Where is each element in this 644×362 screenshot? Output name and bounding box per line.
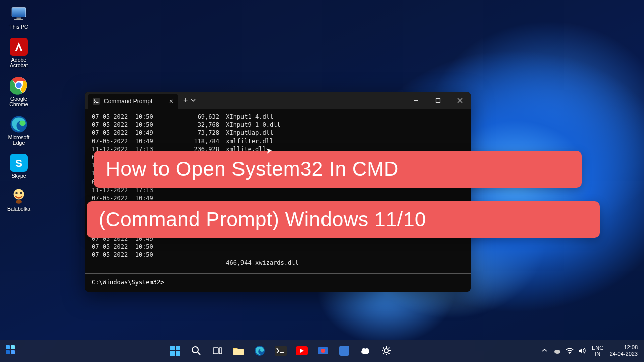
svg-rect-36 <box>339 346 349 356</box>
tab-close-icon[interactable]: × <box>169 97 173 105</box>
svg-point-12 <box>15 192 18 195</box>
taskbar-settings[interactable] <box>377 341 396 360</box>
desktop-icon-balabolka[interactable]: Balabolka <box>3 186 34 212</box>
desktop-icon-microsoft-edge[interactable]: Microsoft Edge <box>3 115 34 146</box>
cursor-icon <box>166 279 166 286</box>
desktop-icon-adobe-acrobat[interactable]: Adobe Acrobat <box>3 37 34 69</box>
windows-icon <box>170 345 181 356</box>
onedrive-icon <box>553 347 561 355</box>
taskbar-terminal[interactable] <box>271 341 290 360</box>
command-prompt-window[interactable]: Command Prompt × + 07-05-2022 10:5069,63… <box>85 92 471 292</box>
app-icon <box>339 346 349 356</box>
terminal-titlebar[interactable]: Command Prompt × + <box>85 92 471 109</box>
cloud-icon <box>360 346 370 356</box>
svg-rect-30 <box>233 349 244 355</box>
terminal-icon <box>275 346 287 356</box>
terminal-output[interactable]: 07-05-2022 10:5069,632 XInput1_4.dll07-0… <box>85 109 471 273</box>
taskbar-youtube[interactable] <box>292 341 311 360</box>
svg-rect-17 <box>436 98 440 102</box>
svg-rect-20 <box>6 350 10 354</box>
minimize-button[interactable] <box>405 92 427 109</box>
svg-line-48 <box>389 348 390 349</box>
chevron-down-icon <box>191 98 196 103</box>
task-view-button[interactable] <box>208 341 227 360</box>
language-indicator[interactable]: ENG IN <box>592 345 604 357</box>
maximize-button[interactable] <box>427 92 449 109</box>
svg-rect-19 <box>11 345 15 349</box>
svg-rect-25 <box>176 351 180 356</box>
taskbar-clock[interactable]: 12:08 24-04-2023 <box>610 344 638 357</box>
tab-title: Command Prompt <box>104 98 152 105</box>
desktop-icon-label: This PC <box>9 24 28 30</box>
desktop-icon-label: Skype <box>11 173 26 179</box>
desktop-icons: This PC Adobe Acrobat Google Chrome Micr… <box>3 4 34 212</box>
chrome-icon <box>9 76 28 95</box>
search-icon <box>191 346 201 356</box>
svg-rect-32 <box>275 346 287 356</box>
task-view-icon <box>212 346 222 356</box>
desktop-icon-label: Microsoft Edge <box>4 135 34 146</box>
desktop-icon-label: Balabolka <box>7 206 30 212</box>
widgets-icon <box>5 345 15 355</box>
widgets-button[interactable] <box>5 345 15 357</box>
youtube-icon <box>296 346 308 355</box>
desktop-icon-skype[interactable]: S Skype <box>3 153 34 179</box>
overlay-title-1: How to Open System32 In CMD <box>94 151 582 188</box>
cmd-icon <box>93 98 100 105</box>
svg-rect-3 <box>14 19 23 20</box>
svg-rect-22 <box>170 346 175 350</box>
svg-rect-29 <box>219 348 222 354</box>
overlay-title-2: (Command Prompt) Windows 11/10 <box>87 201 600 238</box>
record-icon <box>317 345 329 356</box>
desktop-icon-this-pc[interactable]: This PC <box>3 4 34 30</box>
svg-point-40 <box>384 349 388 353</box>
this-pc-icon <box>9 4 28 23</box>
svg-point-49 <box>554 350 560 354</box>
svg-rect-24 <box>170 351 175 356</box>
svg-point-14 <box>16 200 22 204</box>
taskbar-explorer[interactable] <box>229 341 248 360</box>
new-tab-button[interactable]: + <box>178 96 201 105</box>
terminal-row: 466,944 xwizards.dll <box>92 259 464 267</box>
svg-rect-1 <box>12 8 26 17</box>
edge-icon <box>254 345 265 356</box>
svg-rect-21 <box>11 350 15 354</box>
system-tray[interactable] <box>553 347 586 355</box>
desktop-icon-label: Google Chrome <box>4 96 34 108</box>
clock-date: 24-04-2023 <box>610 351 638 357</box>
taskbar-screenrec[interactable] <box>313 341 333 360</box>
svg-rect-18 <box>6 345 10 349</box>
svg-rect-28 <box>213 348 218 354</box>
desktop-icon-label: Adobe Acrobat <box>4 57 34 69</box>
svg-rect-23 <box>176 346 180 350</box>
taskbar-app-1[interactable] <box>335 341 354 360</box>
svg-line-45 <box>383 348 384 349</box>
svg-point-39 <box>365 348 369 352</box>
terminal-row: 07-05-2022 10:49118,784 xmlfilter.dll <box>92 137 464 145</box>
terminal-row: 07-05-2022 10:5069,632 XInput1_4.dll <box>92 113 464 121</box>
prompt-text: C:\Windows\System32> <box>92 279 165 286</box>
file-explorer-icon <box>233 346 244 356</box>
wifi-icon <box>566 347 574 355</box>
balabolka-icon <box>9 186 28 205</box>
taskbar-edge[interactable] <box>250 341 269 360</box>
clock-time: 12:08 <box>610 344 638 351</box>
start-button[interactable] <box>166 341 185 360</box>
terminal-prompt-line[interactable]: C:\Windows\System32> <box>85 273 471 292</box>
terminal-row: 07-05-2022 10:50 <box>92 243 464 251</box>
svg-rect-15 <box>93 98 100 105</box>
svg-point-26 <box>192 347 198 353</box>
taskbar-app-2[interactable] <box>356 341 375 360</box>
svg-point-13 <box>20 192 22 195</box>
terminal-row: 07-05-2022 10:4973,728 XInputUap.dll <box>92 129 464 137</box>
search-button[interactable] <box>187 341 206 360</box>
taskbar[interactable]: ENG IN 12:08 24-04-2023 <box>0 340 644 362</box>
svg-line-47 <box>383 353 384 354</box>
svg-text:S: S <box>15 157 22 168</box>
terminal-tab[interactable]: Command Prompt × <box>88 94 178 109</box>
volume-icon <box>578 347 586 355</box>
close-button[interactable] <box>449 92 471 109</box>
tray-chevron-up-icon[interactable] <box>542 348 547 354</box>
svg-rect-2 <box>17 18 21 19</box>
desktop-icon-google-chrome[interactable]: Google Chrome <box>3 76 34 108</box>
